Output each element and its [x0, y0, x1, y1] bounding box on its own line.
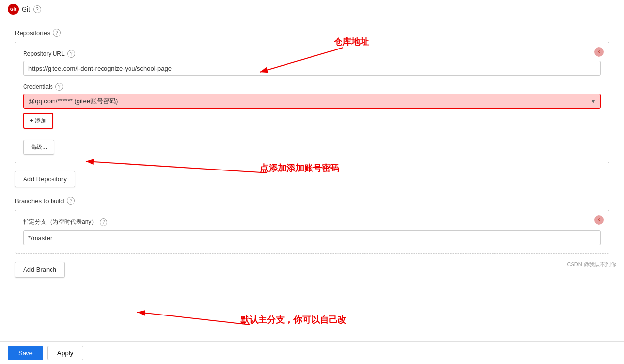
- advanced-button[interactable]: 高级...: [23, 140, 54, 155]
- branch-specifier-label: 指定分支（为空时代表any） ?: [23, 218, 601, 226]
- svg-text:点添加添加账号密码: 点添加添加账号密码: [260, 163, 339, 173]
- save-button[interactable]: Save: [8, 346, 43, 360]
- svg-line-6: [137, 312, 250, 325]
- repository-url-label: Repository URL ?: [23, 50, 601, 58]
- branch-box: × 指定分支（为空时代表any） ?: [15, 210, 609, 254]
- header-bar: Git Git ?: [0, 0, 624, 19]
- credentials-select-wrapper: @qq.com/****** (gitee账号密码) ▼: [23, 94, 601, 109]
- csdn-watermark: CSDN @我认不到你: [567, 261, 616, 268]
- credentials-select[interactable]: @qq.com/****** (gitee账号密码): [23, 94, 601, 109]
- apply-button[interactable]: Apply: [47, 346, 84, 360]
- branch-close-button[interactable]: ×: [594, 215, 604, 225]
- branches-help-badge[interactable]: ?: [67, 197, 75, 205]
- credentials-row: @qq.com/****** (gitee账号密码) ▼: [23, 94, 601, 109]
- branch-specifier-help-badge[interactable]: ?: [100, 218, 107, 226]
- branches-label: Branches to build ?: [15, 197, 609, 205]
- header-title: Git: [22, 5, 30, 13]
- svg-text:默认主分支，你可以自己改: 默认主分支，你可以自己改: [240, 315, 347, 325]
- footer-bar: Save Apply: [0, 341, 624, 364]
- content-area: Repositories ? × Repository URL ? Creden…: [0, 19, 624, 297]
- repository-url-input[interactable]: [23, 61, 601, 76]
- add-branch-button[interactable]: Add Branch: [15, 262, 65, 278]
- git-icon: Git: [8, 4, 19, 15]
- credentials-help-badge[interactable]: ?: [55, 83, 63, 91]
- credentials-label: Credentials ?: [23, 83, 601, 91]
- repositories-label: Repositories ?: [15, 29, 609, 37]
- advanced-section: 高级...: [23, 135, 601, 155]
- repository-box: × Repository URL ? Credentials ? @qq.com…: [15, 42, 609, 163]
- credentials-section: Credentials ? @qq.com/****** (gitee账号密码)…: [23, 83, 601, 129]
- page-wrapper: Git Git ? Repositories ? × Repository UR…: [0, 0, 624, 364]
- header-help-badge[interactable]: ?: [33, 5, 41, 13]
- add-repository-button[interactable]: Add Repository: [15, 171, 75, 187]
- branch-specifier-input[interactable]: [23, 230, 601, 245]
- repositories-help-badge[interactable]: ?: [53, 29, 61, 37]
- repository-close-button[interactable]: ×: [594, 47, 604, 57]
- add-credentials-button[interactable]: + 添加: [23, 113, 53, 129]
- repo-url-help-badge[interactable]: ?: [67, 50, 75, 58]
